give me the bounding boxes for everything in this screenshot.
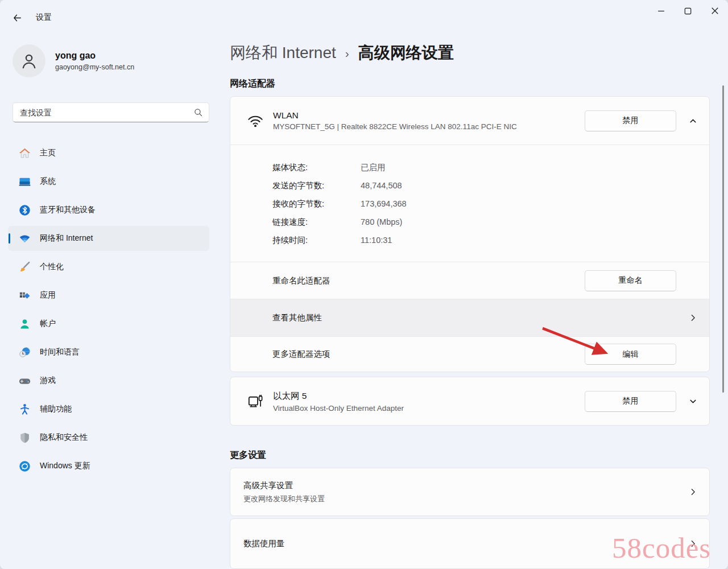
sidebar-item-home[interactable]: 主页 [8, 141, 209, 166]
sidebar-item-system[interactable]: 系统 [8, 169, 209, 194]
ethernet-disable-button[interactable]: 禁用 [585, 391, 676, 412]
avatar [13, 44, 46, 77]
sidebar-item-windows-update[interactable]: Windows 更新 [8, 453, 209, 479]
home-icon [18, 146, 31, 160]
accounts-icon [18, 317, 31, 331]
advanced-sharing-title: 高级共享设置 [243, 480, 676, 491]
search-input[interactable] [20, 108, 193, 117]
chevron-right-icon [676, 313, 709, 323]
system-icon [18, 175, 31, 188]
search-icon [193, 108, 203, 117]
maximize-icon [684, 7, 692, 15]
more-adapter-options-label: 更多适配器选项 [272, 349, 330, 360]
stat-label: 接收的字节数: [272, 199, 361, 209]
stat-label: 媒体状态: [272, 162, 361, 173]
wlan-adapter-card: WLAN MYSOFTNET_5G | Realtek 8822CE Wirel… [230, 96, 710, 372]
sidebar-item-accessibility[interactable]: 辅助功能 [8, 397, 209, 422]
rename-adapter-label: 重命名此适配器 [272, 275, 330, 286]
stat-row: 接收的字节数: 173,694,368 [272, 195, 709, 213]
breadcrumb-parent[interactable]: 网络和 Internet [230, 42, 336, 64]
sidebar-item-privacy[interactable]: 隐私和安全性 [8, 425, 209, 450]
chevron-right-icon [676, 539, 709, 549]
sidebar-item-label: Windows 更新 [40, 461, 90, 471]
sidebar-item-apps[interactable]: 应用 [8, 283, 209, 308]
sidebar-item-label: 蓝牙和其他设备 [40, 205, 96, 215]
breadcrumb-separator-icon: › [345, 47, 349, 60]
privacy-shield-icon [18, 431, 31, 444]
stat-row: 链接速度: 780 (Mbps) [272, 213, 709, 231]
stat-label: 发送的字节数: [272, 180, 361, 191]
user-email: gaoyong@my-soft.net.cn [55, 63, 134, 71]
main-content: 网络和 Internet › 高级网络设置 网络适配器 WLAN MYSOFTN… [230, 32, 710, 569]
sidebar-item-label: 主页 [40, 148, 56, 158]
close-icon [711, 7, 719, 15]
sidebar-item-label: 游戏 [40, 376, 56, 386]
search-box[interactable] [13, 102, 209, 122]
minimize-icon [657, 7, 665, 15]
back-button[interactable] [8, 9, 26, 26]
ethernet-adapter-icon [246, 392, 265, 410]
ethernet-description: VirtualBox Host-Only Ethernet Adapter [273, 404, 404, 413]
section-header-more: 更多设置 [230, 450, 710, 461]
ethernet-header-row[interactable]: 以太网 5 VirtualBox Host-Only Ethernet Adap… [230, 377, 709, 425]
sidebar-item-label: 辅助功能 [40, 404, 72, 414]
sidebar-item-time-language[interactable]: 时间和语言 [8, 340, 209, 365]
stat-value: 48,744,508 [361, 181, 402, 190]
sidebar-item-label: 系统 [40, 176, 56, 187]
section-header-adapters: 网络适配器 [230, 78, 710, 89]
close-button[interactable] [701, 0, 728, 22]
minimize-button[interactable] [648, 0, 675, 22]
maximize-button[interactable] [675, 0, 701, 22]
chevron-right-icon [676, 487, 709, 497]
sidebar-item-personalization[interactable]: 个性化 [8, 254, 209, 279]
stat-value: 11:10:31 [361, 236, 392, 245]
sidebar-item-gaming[interactable]: 游戏 [8, 368, 209, 393]
sidebar-item-network[interactable]: 网络和 Internet [8, 226, 209, 251]
titlebar: 设置 [0, 0, 728, 32]
wlan-stats: 媒体状态: 已启用 发送的字节数: 48,744,508 接收的字节数: 173… [230, 145, 709, 262]
rename-button[interactable]: 重命名 [585, 270, 676, 291]
sidebar-item-accounts[interactable]: 帐户 [8, 311, 209, 336]
wlan-disable-button[interactable]: 禁用 [585, 110, 676, 131]
edit-button[interactable]: 编辑 [585, 344, 676, 365]
wlan-description: MYSOFTNET_5G | Realtek 8822CE Wireless L… [273, 122, 517, 131]
ethernet-name: 以太网 5 [273, 390, 404, 402]
time-language-icon [18, 345, 31, 359]
data-usage-card[interactable]: 数据使用量 [230, 518, 710, 569]
sidebar: yong gao gaoyong@my-soft.net.cn 主页 系 [0, 32, 216, 569]
stat-row: 媒体状态: 已启用 [272, 158, 709, 176]
sidebar-item-label: 网络和 Internet [40, 233, 93, 244]
gaming-icon [18, 374, 31, 387]
user-name: yong gao [55, 51, 134, 61]
person-icon [19, 51, 39, 71]
sidebar-item-label: 隐私和安全性 [40, 432, 88, 443]
stat-row: 发送的字节数: 48,744,508 [272, 176, 709, 195]
wlan-name: WLAN [273, 110, 517, 121]
apps-icon [18, 288, 31, 302]
stat-label: 链接速度: [272, 217, 361, 228]
windows-update-icon [18, 459, 31, 473]
advanced-sharing-card[interactable]: 高级共享设置 更改网络发现和共享设置 [230, 468, 710, 516]
chevron-down-icon[interactable] [676, 397, 709, 406]
stat-value: 780 (Mbps) [361, 217, 402, 226]
sidebar-item-bluetooth[interactable]: 蓝牙和其他设备 [8, 197, 209, 222]
user-profile[interactable]: yong gao gaoyong@my-soft.net.cn [13, 44, 134, 77]
view-properties-row[interactable]: 查看其他属性 [230, 299, 709, 336]
vertical-scrollbar[interactable] [722, 85, 724, 393]
stat-row: 持续时间: 11:10:31 [272, 231, 709, 249]
advanced-sharing-subtitle: 更改网络发现和共享设置 [243, 494, 676, 504]
wifi-adapter-icon [246, 112, 265, 130]
more-adapter-options-row: 更多适配器选项 编辑 [230, 337, 709, 372]
page-title: 高级网络设置 [358, 42, 454, 64]
stat-value: 173,694,368 [361, 199, 407, 208]
data-usage-title: 数据使用量 [243, 538, 676, 549]
chevron-up-icon[interactable] [676, 116, 709, 126]
window-title: 设置 [36, 13, 52, 23]
personalization-icon [18, 260, 31, 274]
back-arrow-icon [13, 13, 22, 23]
sidebar-item-label: 时间和语言 [40, 347, 80, 357]
wlan-header-row[interactable]: WLAN MYSOFTNET_5G | Realtek 8822CE Wirel… [230, 97, 709, 145]
window-controls [648, 0, 728, 22]
stat-value: 已启用 [361, 162, 386, 173]
bluetooth-icon [18, 203, 31, 217]
